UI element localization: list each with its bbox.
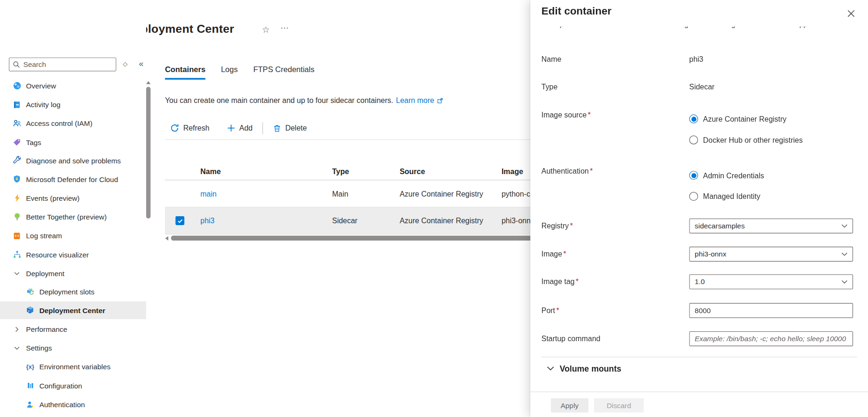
azure-portal-page: Home Web App | Deployment Center ☆ … ◇ «…: [0, 0, 868, 417]
sidebar-item-environment-variables[interactable]: {x} Environment variables: [0, 358, 146, 376]
configuration-icon: [25, 381, 35, 390]
radio-unselected-icon: [689, 136, 698, 145]
image-source-label: Image source*: [542, 110, 591, 119]
authentication-label: Authentication*: [542, 167, 593, 176]
panel-footer-divider: [530, 392, 868, 392]
close-icon[interactable]: [847, 9, 855, 18]
apply-button[interactable]: Apply: [551, 398, 588, 413]
chevron-down-icon: [12, 269, 22, 278]
chevron-down-icon: [12, 343, 22, 352]
activity-log-icon: [12, 100, 22, 109]
learn-more-link[interactable]: Learn more: [396, 96, 434, 105]
tab-bar: Containers Logs FTPS Credentials: [165, 65, 314, 80]
sidebar-item-deployment-center[interactable]: Deployment Center: [0, 301, 146, 319]
type-label: Type: [542, 83, 558, 91]
collapse-sidebar-icon[interactable]: «: [139, 59, 144, 68]
radio-azure-container-registry[interactable]: Azure Container Registry: [689, 115, 786, 124]
column-header-source[interactable]: Source: [400, 168, 501, 176]
radio-managed-identity[interactable]: Managed Identity: [689, 192, 760, 201]
tab-logs[interactable]: Logs: [221, 65, 238, 80]
refresh-icon: [170, 124, 179, 133]
chevron-down-icon: [841, 279, 847, 284]
info-banner: You can create one main container and up…: [165, 96, 444, 105]
plus-icon: [227, 124, 236, 132]
radio-docker-hub[interactable]: Docker Hub or other registries: [689, 136, 802, 145]
scroll-left-arrow-icon[interactable]: [164, 235, 169, 241]
command-bar: Refresh Add Delete: [169, 121, 308, 135]
name-label: Name: [542, 55, 562, 64]
name-value: phi3: [689, 55, 703, 64]
container-link-phi3[interactable]: phi3: [200, 217, 215, 225]
sidebar-item-tags[interactable]: Tags: [0, 133, 146, 151]
column-header-type[interactable]: Type: [332, 168, 400, 176]
tags-icon: [12, 138, 22, 147]
log-stream-icon: [12, 231, 22, 240]
shield-icon: [12, 175, 22, 184]
sidebar-item-diagnose[interactable]: Diagnose and solve problems: [0, 152, 146, 169]
deployment-slots-icon: [25, 287, 35, 296]
tab-containers[interactable]: Containers: [165, 65, 205, 80]
port-label: Port*: [542, 307, 559, 315]
clipped-scrolled-text: p g g pp: [542, 27, 852, 32]
add-button[interactable]: Add: [226, 122, 253, 134]
port-input[interactable]: [689, 303, 853, 318]
scroll-up-arrow-icon[interactable]: [146, 80, 151, 84]
column-header-name[interactable]: Name: [200, 168, 332, 176]
deployment-center-icon: [25, 306, 35, 315]
discard-button[interactable]: Discard: [594, 398, 644, 413]
sidebar-group-performance[interactable]: Performance: [0, 320, 146, 338]
sidebar: ◇ « Overview Activity log Access control…: [0, 0, 146, 417]
sidebar-item-better-together[interactable]: Better Together (preview): [0, 208, 146, 226]
image-dropdown[interactable]: phi3-onnx: [689, 247, 853, 262]
search-icon: [13, 61, 20, 68]
sidebar-item-authentication[interactable]: Authentication: [0, 395, 146, 413]
image-tag-dropdown[interactable]: 1.0: [689, 274, 853, 289]
wrench-icon: [12, 156, 22, 165]
volume-mounts-section-toggle[interactable]: Volume mounts: [547, 364, 622, 373]
more-options-icon[interactable]: …: [280, 21, 289, 31]
favorite-star-icon[interactable]: ☆: [262, 24, 270, 35]
sidebar-search[interactable]: [9, 58, 116, 72]
trash-icon: [273, 124, 282, 132]
sidebar-item-defender[interactable]: Microsoft Defender for Cloud: [0, 170, 146, 188]
sidebar-item-log-stream[interactable]: Log stream: [0, 227, 146, 245]
lightning-icon: [12, 193, 22, 203]
sidebar-item-events[interactable]: Events (preview): [0, 189, 146, 207]
refresh-button[interactable]: Refresh: [169, 121, 210, 135]
toolbar-divider: [263, 122, 263, 134]
authentication-icon: [25, 400, 35, 409]
sidebar-item-activity-log[interactable]: Activity log: [0, 95, 146, 113]
sidebar-group-deployment[interactable]: Deployment: [0, 264, 146, 282]
chevron-down-icon: [841, 252, 847, 256]
container-link-main[interactable]: main: [200, 190, 217, 198]
startup-command-input[interactable]: [689, 331, 853, 346]
registry-dropdown[interactable]: sidecarsamples: [689, 219, 853, 234]
horizontal-scrollbar-thumb[interactable]: [171, 235, 558, 241]
radio-admin-credentials[interactable]: Admin Credentials: [689, 171, 764, 180]
info-text: You can create one main container and up…: [165, 96, 393, 105]
type-value: Sidecar: [689, 83, 714, 91]
sidebar-item-overview[interactable]: Overview: [0, 77, 146, 95]
delete-button[interactable]: Delete: [272, 121, 308, 134]
vertical-scrollbar-thumb[interactable]: [146, 87, 150, 219]
overview-icon: [12, 81, 22, 90]
search-input[interactable]: [23, 60, 101, 69]
sidebar-item-configuration[interactable]: Configuration: [0, 377, 146, 395]
row-checkbox-checked[interactable]: [176, 216, 185, 225]
tab-ftps-credentials[interactable]: FTPS Credentials: [253, 65, 315, 80]
external-link-icon: [437, 97, 444, 103]
sidebar-item-access-control[interactable]: Access control (IAM): [0, 115, 146, 132]
image-tag-label: Image tag*: [542, 278, 579, 286]
radio-selected-icon: [689, 171, 698, 180]
access-control-icon: [12, 118, 22, 128]
environment-variables-icon: {x}: [25, 362, 35, 371]
registry-label: Registry*: [542, 222, 573, 230]
edit-container-panel: Edit container p g g pp Name phi3 Type S…: [530, 0, 868, 417]
chevron-down-icon: [547, 366, 554, 371]
chevron-down-icon: [841, 224, 847, 228]
sidebar-group-settings[interactable]: Settings: [0, 339, 146, 357]
sidebar-item-resource-visualizer[interactable]: Resource visualizer: [0, 246, 146, 263]
search-resize-icon[interactable]: ◇: [123, 60, 127, 67]
sidebar-item-deployment-slots[interactable]: Deployment slots: [0, 283, 146, 300]
resource-visualizer-icon: [12, 250, 22, 259]
